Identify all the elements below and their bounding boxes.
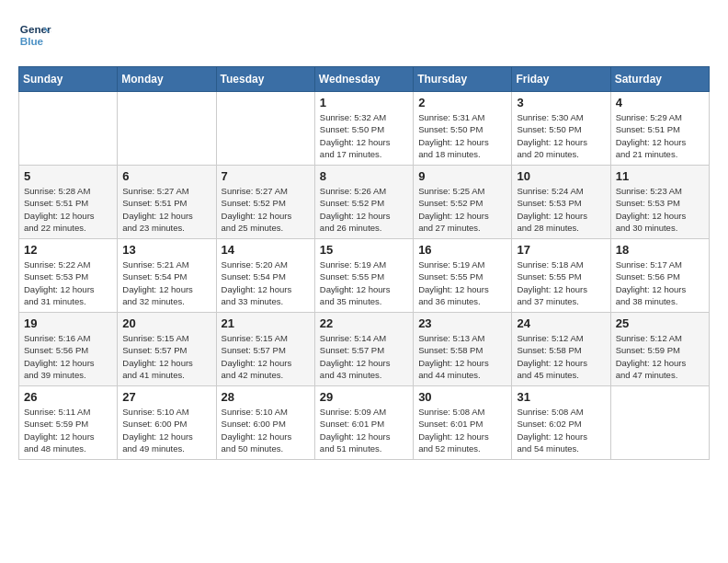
calendar-cell: 4Sunrise: 5:29 AM Sunset: 5:51 PM Daylig… [610, 92, 709, 166]
calendar-cell: 30Sunrise: 5:08 AM Sunset: 6:01 PM Dayli… [414, 386, 512, 460]
calendar-cell: 24Sunrise: 5:12 AM Sunset: 5:58 PM Dayli… [512, 313, 610, 386]
day-info: Sunrise: 5:10 AM Sunset: 6:00 PM Dayligh… [222, 406, 310, 454]
day-info: Sunrise: 5:16 AM Sunset: 5:56 PM Dayligh… [24, 332, 112, 381]
calendar-cell: 29Sunrise: 5:09 AM Sunset: 6:01 PM Dayli… [314, 386, 413, 460]
day-number: 25 [616, 316, 704, 330]
day-number: 23 [418, 316, 506, 330]
day-info: Sunrise: 5:26 AM Sunset: 5:52 PM Dayligh… [320, 185, 408, 234]
calendar-cell: 5Sunrise: 5:28 AM Sunset: 5:51 PM Daylig… [19, 166, 118, 239]
calendar-cell [118, 92, 216, 166]
logo: General Blue [18, 18, 55, 52]
day-number: 28 [222, 390, 310, 404]
svg-text:General: General [20, 23, 51, 35]
calendar-cell: 26Sunrise: 5:11 AM Sunset: 5:59 PM Dayli… [19, 386, 118, 460]
day-number: 9 [418, 169, 506, 183]
day-number: 5 [24, 169, 112, 183]
day-number: 30 [418, 390, 506, 404]
calendar-cell: 1Sunrise: 5:32 AM Sunset: 5:50 PM Daylig… [314, 92, 413, 166]
calendar-cell: 22Sunrise: 5:14 AM Sunset: 5:57 PM Dayli… [314, 313, 413, 386]
day-number: 24 [517, 316, 605, 330]
day-info: Sunrise: 5:14 AM Sunset: 5:57 PM Dayligh… [320, 332, 408, 381]
calendar-cell: 28Sunrise: 5:10 AM Sunset: 6:00 PM Dayli… [216, 386, 314, 460]
day-info: Sunrise: 5:22 AM Sunset: 5:53 PM Dayligh… [24, 259, 112, 307]
calendar-cell: 18Sunrise: 5:17 AM Sunset: 5:56 PM Dayli… [610, 239, 709, 313]
calendar-cell: 17Sunrise: 5:18 AM Sunset: 5:55 PM Dayli… [512, 239, 610, 313]
calendar-cell: 20Sunrise: 5:15 AM Sunset: 5:57 PM Dayli… [118, 313, 216, 386]
weekday-header-tuesday: Tuesday [216, 67, 314, 92]
day-info: Sunrise: 5:28 AM Sunset: 5:51 PM Dayligh… [24, 185, 112, 234]
day-info: Sunrise: 5:20 AM Sunset: 5:54 PM Dayligh… [222, 259, 310, 307]
calendar-cell: 25Sunrise: 5:12 AM Sunset: 5:59 PM Dayli… [610, 313, 709, 386]
day-number: 15 [320, 243, 408, 257]
page-header: General Blue [18, 18, 710, 52]
day-info: Sunrise: 5:30 AM Sunset: 5:50 PM Dayligh… [517, 111, 605, 160]
calendar-table: SundayMondayTuesdayWednesdayThursdayFrid… [18, 66, 710, 460]
week-row-0: 1Sunrise: 5:32 AM Sunset: 5:50 PM Daylig… [19, 92, 710, 166]
day-info: Sunrise: 5:15 AM Sunset: 5:57 PM Dayligh… [122, 332, 210, 381]
day-number: 6 [122, 169, 210, 183]
day-info: Sunrise: 5:29 AM Sunset: 5:51 PM Dayligh… [616, 111, 704, 160]
calendar-cell: 16Sunrise: 5:19 AM Sunset: 5:55 PM Dayli… [414, 239, 512, 313]
weekday-header-friday: Friday [512, 67, 610, 92]
weekday-header-thursday: Thursday [414, 67, 512, 92]
day-number: 16 [418, 243, 506, 257]
day-info: Sunrise: 5:25 AM Sunset: 5:52 PM Dayligh… [418, 185, 506, 234]
week-row-4: 26Sunrise: 5:11 AM Sunset: 5:59 PM Dayli… [19, 386, 710, 460]
weekday-header-wednesday: Wednesday [314, 67, 413, 92]
day-number: 18 [616, 243, 704, 257]
calendar-cell: 15Sunrise: 5:19 AM Sunset: 5:55 PM Dayli… [314, 239, 413, 313]
day-number: 11 [616, 169, 704, 183]
day-info: Sunrise: 5:32 AM Sunset: 5:50 PM Dayligh… [320, 111, 408, 160]
weekday-header-monday: Monday [118, 67, 216, 92]
calendar-cell: 6Sunrise: 5:27 AM Sunset: 5:51 PM Daylig… [118, 166, 216, 239]
day-number: 13 [122, 243, 210, 257]
calendar-cell: 13Sunrise: 5:21 AM Sunset: 5:54 PM Dayli… [118, 239, 216, 313]
day-info: Sunrise: 5:31 AM Sunset: 5:50 PM Dayligh… [418, 111, 506, 160]
calendar-cell: 21Sunrise: 5:15 AM Sunset: 5:57 PM Dayli… [216, 313, 314, 386]
day-info: Sunrise: 5:09 AM Sunset: 6:01 PM Dayligh… [320, 406, 408, 454]
day-info: Sunrise: 5:08 AM Sunset: 6:01 PM Dayligh… [418, 406, 506, 454]
day-number: 19 [24, 316, 112, 330]
day-number: 12 [24, 243, 112, 257]
calendar-cell [19, 92, 118, 166]
day-number: 21 [222, 316, 310, 330]
day-number: 8 [320, 169, 408, 183]
day-number: 7 [222, 169, 310, 183]
week-row-2: 12Sunrise: 5:22 AM Sunset: 5:53 PM Dayli… [19, 239, 710, 313]
calendar-cell: 27Sunrise: 5:10 AM Sunset: 6:00 PM Dayli… [118, 386, 216, 460]
calendar-cell: 3Sunrise: 5:30 AM Sunset: 5:50 PM Daylig… [512, 92, 610, 166]
day-info: Sunrise: 5:27 AM Sunset: 5:51 PM Dayligh… [122, 185, 210, 234]
calendar-cell: 23Sunrise: 5:13 AM Sunset: 5:58 PM Dayli… [414, 313, 512, 386]
calendar-cell: 14Sunrise: 5:20 AM Sunset: 5:54 PM Dayli… [216, 239, 314, 313]
calendar-cell: 19Sunrise: 5:16 AM Sunset: 5:56 PM Dayli… [19, 313, 118, 386]
day-number: 4 [616, 96, 704, 109]
day-info: Sunrise: 5:19 AM Sunset: 5:55 PM Dayligh… [418, 259, 506, 307]
calendar-cell: 2Sunrise: 5:31 AM Sunset: 5:50 PM Daylig… [414, 92, 512, 166]
day-info: Sunrise: 5:18 AM Sunset: 5:55 PM Dayligh… [517, 259, 605, 307]
day-number: 22 [320, 316, 408, 330]
day-number: 26 [24, 390, 112, 404]
day-info: Sunrise: 5:10 AM Sunset: 6:00 PM Dayligh… [122, 406, 210, 454]
week-row-1: 5Sunrise: 5:28 AM Sunset: 5:51 PM Daylig… [19, 166, 710, 239]
day-info: Sunrise: 5:15 AM Sunset: 5:57 PM Dayligh… [222, 332, 310, 381]
day-info: Sunrise: 5:21 AM Sunset: 5:54 PM Dayligh… [122, 259, 210, 307]
day-info: Sunrise: 5:12 AM Sunset: 5:58 PM Dayligh… [517, 332, 605, 381]
day-number: 29 [320, 390, 408, 404]
weekday-header-saturday: Saturday [610, 67, 709, 92]
day-info: Sunrise: 5:12 AM Sunset: 5:59 PM Dayligh… [616, 332, 704, 381]
day-info: Sunrise: 5:11 AM Sunset: 5:59 PM Dayligh… [24, 406, 112, 454]
weekday-header-row: SundayMondayTuesdayWednesdayThursdayFrid… [19, 67, 710, 92]
calendar-cell: 8Sunrise: 5:26 AM Sunset: 5:52 PM Daylig… [314, 166, 413, 239]
weekday-header-sunday: Sunday [19, 67, 118, 92]
logo-icon: General Blue [18, 18, 51, 52]
calendar-cell: 31Sunrise: 5:08 AM Sunset: 6:02 PM Dayli… [512, 386, 610, 460]
calendar-cell: 11Sunrise: 5:23 AM Sunset: 5:53 PM Dayli… [610, 166, 709, 239]
day-number: 2 [418, 96, 506, 109]
day-number: 17 [517, 243, 605, 257]
day-info: Sunrise: 5:13 AM Sunset: 5:58 PM Dayligh… [418, 332, 506, 381]
day-number: 20 [122, 316, 210, 330]
day-info: Sunrise: 5:17 AM Sunset: 5:56 PM Dayligh… [616, 259, 704, 307]
calendar-cell: 10Sunrise: 5:24 AM Sunset: 5:53 PM Dayli… [512, 166, 610, 239]
svg-text:Blue: Blue [20, 35, 44, 47]
day-info: Sunrise: 5:27 AM Sunset: 5:52 PM Dayligh… [222, 185, 310, 234]
